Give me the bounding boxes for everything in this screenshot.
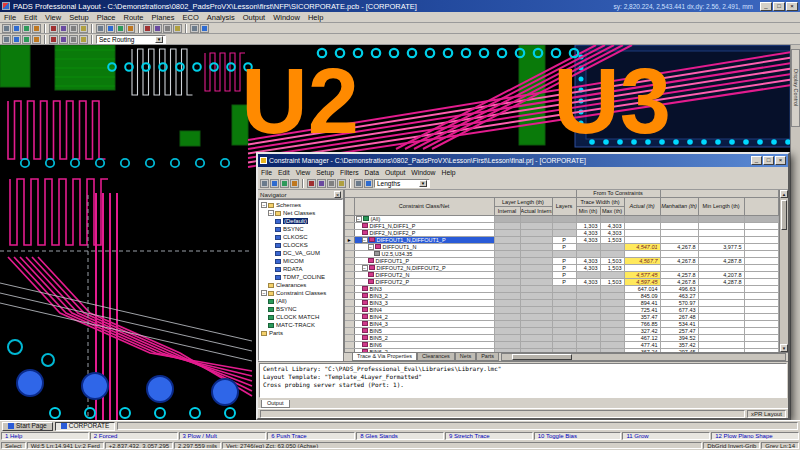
table-row[interactable]: BIN4_2357.47267.48 — [345, 313, 779, 320]
row-selector[interactable] — [345, 299, 354, 306]
menu-window[interactable]: Window — [269, 13, 304, 22]
function-key-3[interactable]: 3 Plow / Mult — [179, 432, 267, 440]
tree-item-matc-track[interactable]: MATC-TRACK — [259, 321, 342, 329]
cell-min_length[interactable] — [698, 306, 744, 313]
route-icon[interactable] — [173, 24, 182, 33]
cell-actual_internal[interactable] — [520, 243, 552, 250]
cell-min[interactable] — [576, 285, 600, 292]
cut-icon[interactable] — [280, 179, 289, 188]
move-icon[interactable] — [163, 24, 172, 33]
tree-item-micom[interactable]: MICOM — [259, 257, 342, 265]
cell-manhattan[interactable] — [660, 250, 698, 257]
table-row[interactable]: BIN5_2467.12394.52 — [345, 334, 779, 341]
cell-internal[interactable] — [494, 285, 520, 292]
cell-manhattan[interactable]: 267.48 — [660, 313, 698, 320]
cell-actual_internal[interactable] — [520, 334, 552, 341]
cell-name[interactable]: BIN6 — [354, 341, 494, 348]
row-selector[interactable] — [345, 257, 354, 264]
cell-actual_internal[interactable] — [520, 215, 552, 222]
copy-icon[interactable] — [290, 179, 299, 188]
cell-layers[interactable]: P — [552, 278, 576, 285]
cell-actual[interactable]: 647.014 — [624, 285, 660, 292]
cell-manhattan[interactable] — [660, 229, 698, 236]
cell-min[interactable] — [576, 306, 600, 313]
menu-eco[interactable]: ECO — [178, 13, 202, 22]
menu-file[interactable]: File — [0, 13, 20, 22]
cell-actual[interactable] — [624, 250, 660, 257]
cell-name[interactable]: BIN3_2 — [354, 292, 494, 299]
copy-icon[interactable] — [59, 24, 68, 33]
cell-manhattan[interactable]: 4,267.8 — [660, 243, 698, 250]
cell-actual[interactable] — [624, 236, 660, 243]
cell-name[interactable]: −DIFFOUT1_N,DIFFOUT1_P — [354, 236, 494, 243]
cell-internal[interactable] — [494, 320, 520, 327]
cell-manhattan[interactable]: 357.42 — [660, 341, 698, 348]
cell-internal[interactable] — [494, 334, 520, 341]
menu-route[interactable]: Route — [120, 13, 148, 22]
horizontal-scrollbar[interactable] — [501, 353, 786, 361]
scheme-combobox[interactable]: Sec Routing ▼ — [96, 35, 166, 44]
cell-min_length[interactable] — [698, 250, 744, 257]
table-row[interactable]: BIN4725.41677.43 — [345, 306, 779, 313]
paste-icon[interactable] — [69, 24, 78, 33]
cell-name[interactable]: DIFFOUT2_P — [354, 278, 494, 285]
cell-layers[interactable] — [552, 320, 576, 327]
cell-layers[interactable]: P — [552, 264, 576, 271]
table-row[interactable]: BIN6477.41357.42 — [345, 341, 779, 348]
cell-actual_internal[interactable] — [520, 229, 552, 236]
cell-max[interactable]: 1,503 — [600, 278, 624, 285]
cell-name[interactable]: −(All) — [354, 215, 494, 222]
row-selector[interactable] — [345, 292, 354, 299]
row-selector[interactable] — [345, 243, 354, 250]
tune-icon[interactable] — [49, 35, 58, 44]
cell-actual[interactable] — [624, 222, 660, 229]
cell-manhattan[interactable]: 4,267.8 — [660, 257, 698, 264]
cell-manhattan[interactable]: 4,257.8 — [660, 271, 698, 278]
menu-help[interactable]: Help — [304, 13, 327, 22]
row-selector[interactable] — [345, 320, 354, 327]
paste-icon[interactable] — [307, 179, 316, 188]
cell-min_length[interactable] — [698, 327, 744, 334]
new-icon[interactable] — [2, 24, 11, 33]
cell-layers[interactable]: P — [552, 257, 576, 264]
expand-icon[interactable]: − — [362, 265, 368, 271]
row-selector[interactable] — [345, 264, 354, 271]
header-filler[interactable] — [744, 197, 778, 215]
row-selector[interactable] — [345, 334, 354, 341]
function-key-6[interactable]: 6 Push Trace — [267, 432, 355, 440]
table-row[interactable]: BIN3647.014496.63 — [345, 285, 779, 292]
tree-item-tdm7-coline[interactable]: TDM7_COLINE — [259, 273, 342, 281]
cell-min[interactable]: 4,303 — [576, 264, 600, 271]
cell-internal[interactable] — [494, 236, 520, 243]
sheet-tab-nets[interactable]: Nets — [455, 353, 476, 361]
expand-icon[interactable]: − — [261, 290, 267, 296]
undo-icon[interactable] — [317, 179, 326, 188]
cell-max[interactable] — [600, 327, 624, 334]
column-header-manhattan[interactable]: Manhattan (th) — [660, 197, 698, 215]
cell-layers[interactable] — [552, 215, 576, 222]
zoom-in-icon[interactable] — [106, 24, 115, 33]
sheet-tab-trace-via-properties[interactable]: Trace & Via Properties — [352, 353, 417, 361]
cell-min_length[interactable] — [698, 222, 744, 229]
redo-icon[interactable] — [96, 24, 105, 33]
cell-min[interactable] — [576, 243, 600, 250]
cell-max[interactable]: 1,503 — [600, 257, 624, 264]
cell-actual[interactable]: 477.41 — [624, 341, 660, 348]
cell-max[interactable]: 4,303 — [600, 229, 624, 236]
cell-name[interactable]: −DIFFOUT1_N — [354, 243, 494, 250]
cell-min_length[interactable]: 3,977.5 — [698, 243, 744, 250]
cell-manhattan[interactable] — [660, 215, 698, 222]
cell-max[interactable] — [600, 285, 624, 292]
grid-icon[interactable] — [12, 35, 21, 44]
cell-internal[interactable] — [494, 264, 520, 271]
drc-icon[interactable] — [22, 35, 31, 44]
cell-max[interactable] — [600, 341, 624, 348]
cm-menu-output[interactable]: Output — [382, 169, 408, 176]
cm-menu-window[interactable]: Window — [408, 169, 438, 176]
cell-internal[interactable] — [494, 250, 520, 257]
cell-internal[interactable] — [494, 313, 520, 320]
table-row[interactable]: BIN4_3766.85534.41 — [345, 320, 779, 327]
column-header-name[interactable]: Constraint Class/Net — [354, 197, 494, 215]
vertical-scrollbar[interactable]: ▲ ▼ — [779, 190, 788, 352]
sheet-tab-parts[interactable]: Parts — [476, 353, 499, 361]
